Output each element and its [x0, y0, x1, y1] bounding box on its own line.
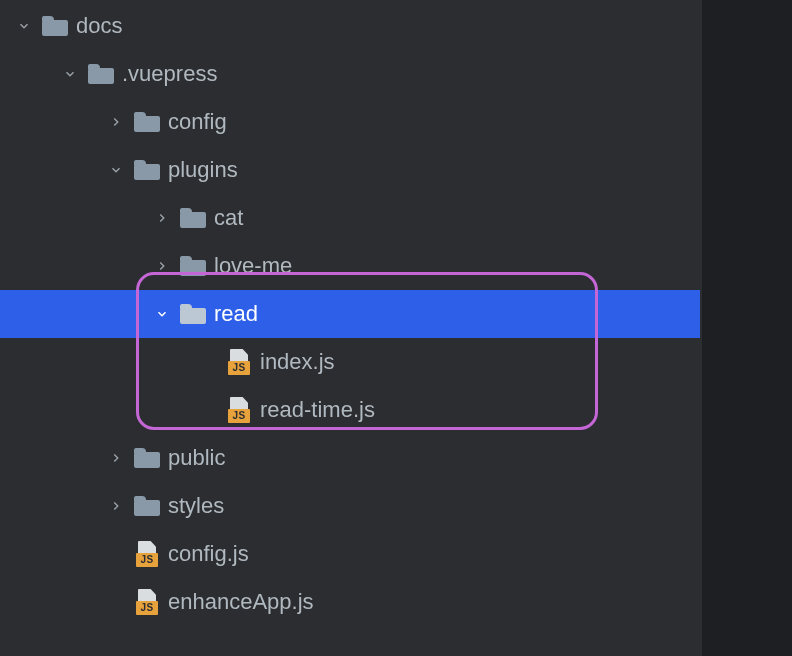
folder-icon [130, 448, 164, 468]
file-tree: docs .vuepress config plugins cat l [0, 0, 700, 626]
js-file-icon: JS [222, 349, 256, 375]
tree-label: config.js [164, 541, 249, 567]
tree-label: cat [210, 205, 243, 231]
tree-file-enhanceapp-js[interactable]: JS enhanceApp.js [0, 578, 700, 626]
chevron-down-icon[interactable] [148, 307, 176, 321]
js-file-icon: JS [130, 541, 164, 567]
editor-gutter [702, 0, 792, 656]
folder-icon [130, 160, 164, 180]
folder-icon [130, 112, 164, 132]
chevron-right-icon[interactable] [148, 259, 176, 273]
tree-folder-plugins[interactable]: plugins [0, 146, 700, 194]
tree-folder-vuepress[interactable]: .vuepress [0, 50, 700, 98]
tree-label: docs [72, 13, 122, 39]
tree-label: public [164, 445, 225, 471]
chevron-down-icon[interactable] [102, 163, 130, 177]
tree-label: plugins [164, 157, 238, 183]
tree-label: styles [164, 493, 224, 519]
js-file-icon: JS [130, 589, 164, 615]
tree-folder-docs[interactable]: docs [0, 2, 700, 50]
tree-folder-styles[interactable]: styles [0, 482, 700, 530]
js-file-icon: JS [222, 397, 256, 423]
tree-file-index-js[interactable]: JS index.js [0, 338, 700, 386]
tree-label: .vuepress [118, 61, 217, 87]
tree-label: enhanceApp.js [164, 589, 314, 615]
tree-label: love-me [210, 253, 292, 279]
folder-icon [176, 304, 210, 324]
folder-icon [38, 16, 72, 36]
tree-label: read-time.js [256, 397, 375, 423]
tree-file-config-js[interactable]: JS config.js [0, 530, 700, 578]
tree-label: index.js [256, 349, 335, 375]
folder-icon [130, 496, 164, 516]
tree-label: config [164, 109, 227, 135]
chevron-right-icon[interactable] [102, 451, 130, 465]
tree-folder-public[interactable]: public [0, 434, 700, 482]
chevron-down-icon[interactable] [10, 19, 38, 33]
tree-folder-config[interactable]: config [0, 98, 700, 146]
tree-folder-cat[interactable]: cat [0, 194, 700, 242]
chevron-right-icon[interactable] [102, 499, 130, 513]
tree-folder-read[interactable]: read [0, 290, 700, 338]
folder-icon [176, 256, 210, 276]
chevron-down-icon[interactable] [56, 67, 84, 81]
folder-icon [84, 64, 118, 84]
tree-file-read-time-js[interactable]: JS read-time.js [0, 386, 700, 434]
folder-icon [176, 208, 210, 228]
tree-label: read [210, 301, 258, 327]
tree-folder-love-me[interactable]: love-me [0, 242, 700, 290]
chevron-right-icon[interactable] [102, 115, 130, 129]
chevron-right-icon[interactable] [148, 211, 176, 225]
